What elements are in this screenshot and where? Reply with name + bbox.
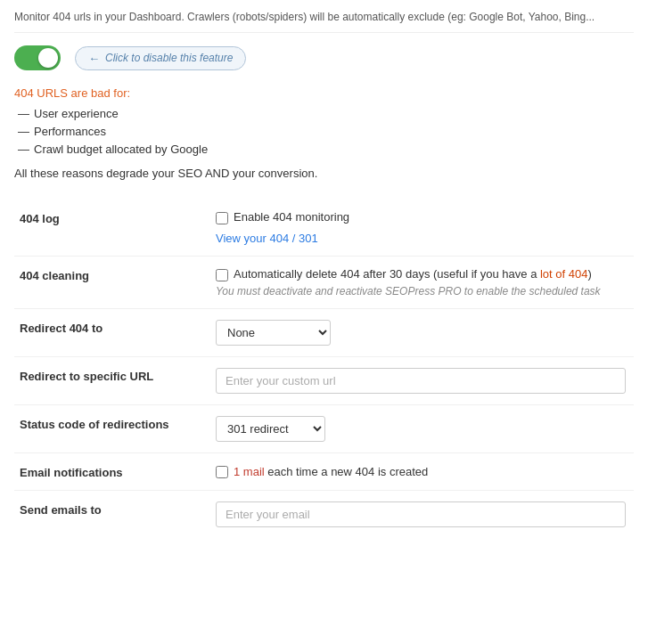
row-404-cleaning: 404 cleaning Automatically delete 404 af…	[14, 257, 634, 309]
row-404-log: 404 log Enable 404 monitoring View your …	[14, 200, 634, 257]
email-notification-row: 1 mail each time a new 404 is created	[216, 464, 628, 478]
auto-delete-label: Automatically delete 404 after 30 days (…	[234, 267, 592, 281]
content-404-log: Enable 404 monitoring View your 404 / 30…	[210, 200, 634, 257]
settings-table: 404 log Enable 404 monitoring View your …	[14, 200, 634, 538]
row-status-code: Status code of redirections 301 redirect…	[14, 405, 634, 453]
content-redirect-404-to: None Homepage Custom URL	[210, 309, 634, 357]
label-404-cleaning: 404 cleaning	[14, 257, 210, 309]
enable-monitoring-label: Enable 404 monitoring	[234, 210, 349, 224]
row-email-notifications: Email notifications 1 mail each time a n…	[14, 453, 634, 491]
email-count: 1 mail	[234, 465, 265, 478]
disable-feature-button[interactable]: ← Click to disable this feature	[75, 46, 246, 70]
redirect-404-to-select[interactable]: None Homepage Custom URL	[216, 320, 331, 346]
list-item: Performances	[18, 125, 634, 138]
reasons-text: All these reasons degrade your SEO AND y…	[14, 167, 634, 180]
toggle-row: ← Click to disable this feature	[14, 45, 634, 70]
top-notice: Monitor 404 urls in your Dashboard. Craw…	[14, 11, 634, 33]
content-status-code: 301 redirect 302 redirect 307 redirect	[210, 405, 634, 453]
label-redirect-specific-url: Redirect to specific URL	[14, 357, 210, 405]
status-code-select[interactable]: 301 redirect 302 redirect 307 redirect	[216, 416, 325, 442]
content-404-cleaning: Automatically delete 404 after 30 days (…	[210, 257, 634, 309]
label-404-log: 404 log	[14, 200, 210, 257]
row-redirect-404-to: Redirect 404 to None Homepage Custom URL	[14, 309, 634, 357]
content-email-notifications: 1 mail each time a new 404 is created	[210, 453, 634, 491]
label-email-notifications: Email notifications	[14, 453, 210, 491]
send-emails-to-input[interactable]	[216, 501, 626, 527]
list-item: User experience	[18, 107, 634, 120]
label-send-emails-to: Send emails to	[14, 491, 210, 539]
email-label-suffix: each time a new 404 is created	[267, 465, 428, 478]
email-notification-label: 1 mail each time a new 404 is created	[234, 465, 428, 478]
cleaning-note: You must deactivate and reactivate SEOPr…	[216, 285, 628, 298]
list-item: Crawl budget allocated by Google	[18, 143, 634, 156]
auto-delete-row: Automatically delete 404 after 30 days (…	[216, 267, 628, 281]
bad-for-section: 404 URLS are bad for: User experience Pe…	[14, 86, 634, 180]
label-redirect-404-to: Redirect 404 to	[14, 309, 210, 357]
feature-toggle[interactable]	[14, 45, 61, 70]
enable-monitoring-row: Enable 404 monitoring	[216, 210, 628, 224]
email-notification-checkbox[interactable]	[216, 466, 228, 478]
row-send-emails-to: Send emails to	[14, 491, 634, 539]
arrow-left-icon: ←	[88, 52, 100, 65]
redirect-specific-url-input[interactable]	[216, 368, 626, 394]
content-send-emails-to	[210, 491, 634, 539]
row-redirect-specific-url: Redirect to specific URL	[14, 357, 634, 405]
auto-delete-checkbox[interactable]	[216, 269, 228, 281]
enable-monitoring-checkbox[interactable]	[216, 212, 228, 224]
content-redirect-specific-url	[210, 357, 634, 405]
label-status-code: Status code of redirections	[14, 405, 210, 453]
view-404-301-link[interactable]: View your 404 / 301	[216, 232, 628, 245]
bad-for-heading: 404 URLS are bad for:	[14, 86, 634, 100]
bad-for-list: User experience Performances Crawl budge…	[14, 107, 634, 156]
